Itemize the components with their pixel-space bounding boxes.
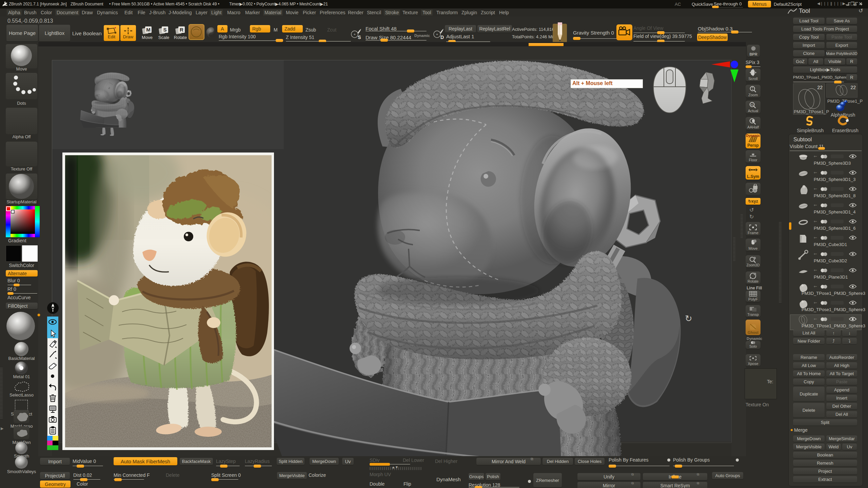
svg-text:22: 22 [817,85,823,90]
svg-text:x1: x1 [751,103,754,106]
svg-text:22: 22 [850,85,856,90]
